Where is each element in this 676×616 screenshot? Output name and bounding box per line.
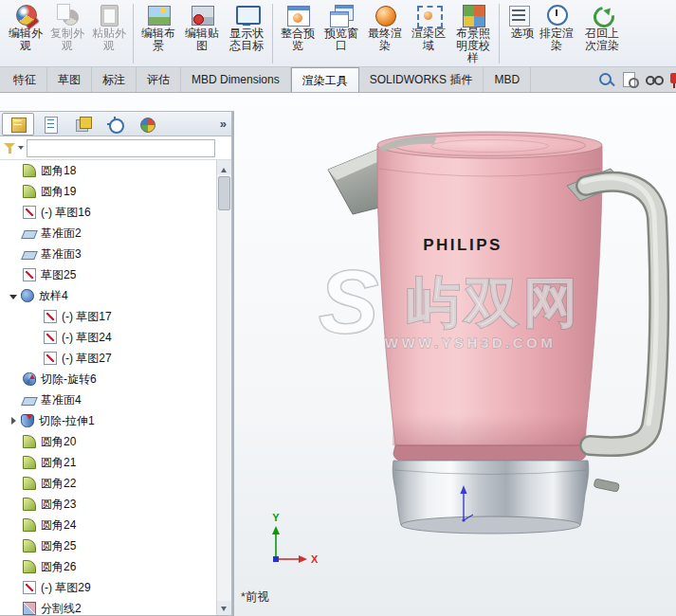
integrated-preview-icon [285,4,310,27]
sketch-icon [23,268,36,281]
ribbon-separator [133,4,134,63]
tab-annotation[interactable]: 标注 [92,67,137,92]
tree-item[interactable]: 切除-拉伸1 [0,410,216,431]
tab-evaluate[interactable]: 评估 [137,67,181,92]
tree-item[interactable]: 圆角20 [0,431,216,452]
options-button[interactable]: 选项 [502,1,535,40]
paste-appearance-icon [97,4,121,27]
copy-appearance-button: 复制外观 [46,1,88,52]
options-icon [506,4,531,27]
tree-item[interactable]: (-) 草图29 [0,577,216,598]
tree-item[interactable]: 圆角18 [0,160,216,181]
view-triad: Y X [272,512,319,565]
fillet-icon [23,456,36,469]
revolve-cut-icon [23,372,36,386]
tree-item[interactable]: 圆角19 [0,181,216,202]
panel-expand-chevron[interactable]: » [220,117,227,131]
tree-scrollbar[interactable] [216,160,231,615]
scroll-thumb[interactable] [218,176,230,210]
tree-item[interactable]: (-) 草图24 [0,327,216,348]
fillet-icon [23,477,36,490]
sidebar-tab-configurationmanager[interactable] [66,113,99,136]
search-icon[interactable] [597,71,614,88]
scroll-up-button[interactable] [217,160,231,174]
tree-item[interactable]: 切除-旋转6 [0,369,216,390]
filter-input[interactable] [27,139,215,157]
sketch-icon [23,581,36,594]
sketch-icon [44,352,57,365]
render-viewport[interactable]: PHILIPS S 屿双网 [233,93,676,616]
expand-arrow-icon[interactable] [6,288,21,303]
schedule-render-button[interactable]: 排定渲染 [535,1,578,52]
tab-solidworks-addins[interactable]: SOLIDWORKS 插件 [359,67,484,92]
sketch-icon [44,310,57,323]
loft-icon [21,289,34,302]
scene-illumination-proof-button[interactable]: 布景照明度校样 [450,1,496,64]
tree-item[interactable]: 分割线2 [0,598,216,615]
integrated-preview-button[interactable]: 整合预览 [276,1,320,52]
feature-tree: 圆角18 圆角19 (-) 草图16 基准面2 基准面3 草图25 放样4 (-… [0,160,216,615]
edit-appearance-button[interactable]: 编辑外观 [5,1,46,52]
magnifier-doc-icon[interactable] [621,71,638,88]
recall-render-icon [590,4,614,27]
collapse-arrow-icon[interactable] [6,413,21,428]
schedule-render-icon [544,4,569,27]
fillet-icon [23,435,36,448]
final-render-button[interactable]: 最终渲染 [363,1,407,52]
tree-item[interactable]: 圆角23 [0,494,216,515]
propertymanager-icon [42,116,59,133]
tab-render-tools[interactable]: 渲染工具 [291,67,359,92]
render-region-button[interactable]: 渲染区域 [407,1,450,52]
kettle-base[interactable] [393,445,589,534]
brand-text: PHILIPS [423,236,502,254]
filter-funnel-icon[interactable] [4,142,15,154]
watermark-url: WWW.YSH3D.COM [385,335,557,351]
tree-item[interactable]: 圆角24 [0,515,216,535]
tree-item[interactable]: 圆角26 [0,556,216,577]
edit-decal-icon [190,4,214,27]
z-axis-dot [273,556,279,562]
kettle-lid[interactable] [377,132,602,158]
dimxpertmanager-icon [106,116,123,133]
copy-appearance-icon [55,4,80,27]
tree-item[interactable]: 圆角25 [0,535,216,556]
tree-item[interactable]: 圆角21 [0,452,216,473]
edit-scene-button[interactable]: 编辑布景 [137,1,180,52]
tree-item[interactable]: 放样4 [0,285,216,306]
tab-mbd[interactable]: MBD [484,67,531,92]
sidebar-tab-dimxpertmanager[interactable] [99,113,131,136]
tab-mbd-dimensions[interactable]: MBD Dimensions [181,67,291,92]
tree-item[interactable]: 基准面4 [0,390,216,410]
tree-item[interactable]: (-) 草图17 [0,306,216,327]
tab-features[interactable]: 特征 [3,67,47,92]
y-axis-label: Y [272,512,280,523]
display-state-target-button[interactable]: 显示状态目标 [224,1,269,52]
tree-item[interactable]: (-) 草图27 [0,348,216,369]
filter-caret-icon[interactable] [18,146,24,153]
displaymanager-icon [138,116,155,133]
sidebar-tab-displaymanager[interactable] [131,113,163,136]
tree-item[interactable]: 基准面3 [0,244,216,264]
fillet-icon [23,518,36,532]
sidebar-tab-propertymanager[interactable] [34,113,66,136]
sidebar-tab-featuremanager[interactable] [2,113,34,136]
tab-sketch[interactable]: 草图 [47,67,92,92]
panel-splitter[interactable] [232,111,234,616]
ribbon-separator [499,4,500,63]
edit-scene-icon [146,4,171,27]
final-render-icon [373,4,397,27]
tree-item[interactable]: 草图25 [0,264,216,285]
edit-decal-button[interactable]: 编辑贴图 [180,1,224,52]
fillet-icon [23,560,36,573]
pin-icon[interactable] [668,71,676,88]
x-axis-label: X [311,553,319,565]
tree-item[interactable]: (-) 草图16 [0,202,216,223]
edit-appearance-icon [13,4,38,27]
scroll-down-button[interactable] [217,601,231,615]
fillet-icon [23,185,36,198]
recall-last-render-button[interactable]: 召回上次渲染 [578,1,626,52]
preview-window-button[interactable]: 预览窗口 [320,1,363,52]
tree-item[interactable]: 圆角22 [0,473,216,494]
tree-item[interactable]: 基准面2 [0,223,216,244]
glasses-icon[interactable] [645,71,662,88]
